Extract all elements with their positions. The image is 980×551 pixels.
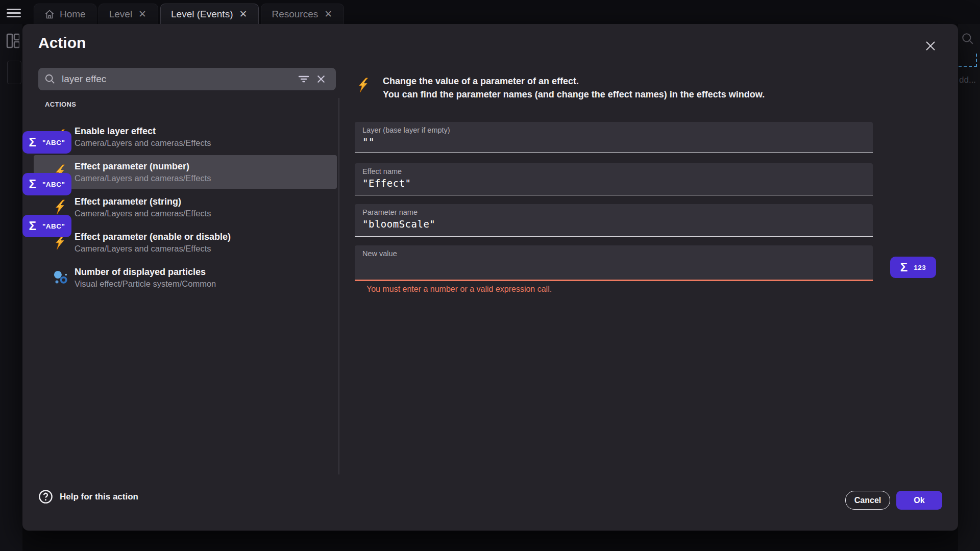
field-label: Layer (base layer if empty)	[362, 126, 865, 134]
dialog-close-icon[interactable]	[922, 37, 939, 55]
action-description: Change the value of a parameter of an ef…	[356, 74, 765, 101]
panel-divider	[338, 98, 339, 474]
tab-close-icon[interactable]: ✕	[137, 8, 148, 20]
action-path: Camera/Layers and cameras/Effects	[75, 137, 211, 148]
screen: Home Level ✕ Level (Events) ✕ Resources …	[0, 0, 980, 551]
tab-bar: Home Level ✕ Level (Events) ✕ Resources …	[34, 4, 344, 24]
field-label: Parameter name	[362, 208, 865, 216]
action-path: Camera/Layers and cameras/Effects	[75, 208, 211, 219]
validation-error-text: You must enter a number or a valid expre…	[366, 285, 552, 294]
lightning-icon	[53, 199, 68, 215]
description-line2: You can find the parameter names (and ch…	[383, 88, 765, 101]
list-item-effect-parameter-enable[interactable]: Effect parameter (enable or disable) Cam…	[34, 226, 337, 259]
field-parameter-name[interactable]: Parameter name "bloomScale"	[355, 204, 873, 237]
action-path: Visual effect/Particle system/Common	[75, 278, 216, 289]
background-right-strip: dd...	[958, 24, 980, 551]
action-path: Camera/Layers and cameras/Effects	[75, 243, 231, 254]
main-menu-icon[interactable]	[7, 7, 21, 18]
field-label: Effect name	[362, 167, 865, 176]
question-circle-icon	[38, 489, 53, 504]
action-path: Camera/Layers and cameras/Effects	[75, 172, 211, 184]
action-title: Effect parameter (number)	[75, 160, 211, 172]
expression-type-label: 123	[914, 264, 926, 271]
expression-type-label: "ABC"	[42, 139, 65, 146]
action-dialog: Action ACTIONS Enable layer effect Camer…	[22, 24, 958, 531]
expression-type-label: "ABC"	[42, 181, 65, 188]
sigma-icon: Σ	[900, 261, 908, 273]
field-effect-name[interactable]: Effect name "Effect"	[355, 163, 873, 195]
tab-resources[interactable]: Resources ✕	[261, 4, 344, 24]
field-value: ""	[362, 136, 865, 147]
home-icon	[44, 9, 55, 19]
field-label: New value	[362, 249, 865, 258]
expression-type-label: "ABC"	[42, 222, 65, 230]
action-title: Number of displayed particles	[75, 266, 216, 278]
dialog-title: Action	[38, 34, 86, 52]
actions-list-header: ACTIONS	[45, 101, 76, 108]
truncated-add-text: dd...	[959, 75, 976, 85]
sigma-icon: Σ	[29, 220, 36, 232]
tab-label: Level	[109, 9, 132, 20]
list-item-number-displayed-particles[interactable]: Number of displayed particles Visual eff…	[34, 261, 337, 294]
tab-home[interactable]: Home	[34, 4, 96, 24]
sigma-icon: Σ	[29, 136, 36, 148]
particles-icon	[53, 270, 68, 285]
description-line1: Change the value of a parameter of an ef…	[383, 74, 765, 88]
expression-builder-button-effect-name[interactable]: Σ "ABC"	[22, 173, 71, 195]
background-left-strip	[0, 24, 22, 551]
field-layer[interactable]: Layer (base layer if empty) ""	[355, 122, 873, 153]
event-selection-dashed-border	[959, 54, 977, 67]
actions-list: Enable layer effect Camera/Layers and ca…	[34, 120, 337, 296]
tab-label: Resources	[272, 9, 318, 20]
layout-grid-icon	[6, 33, 19, 48]
tab-label: Home	[60, 9, 86, 20]
ok-button[interactable]: Ok	[896, 491, 942, 510]
action-search-bar	[38, 68, 336, 90]
tab-close-icon[interactable]: ✕	[323, 8, 333, 20]
tab-label: Level (Events)	[171, 9, 233, 20]
field-value: "bloomScale"	[362, 218, 865, 230]
expression-builder-button-parameter-name[interactable]: Σ "ABC"	[22, 215, 71, 237]
background-button-fragment	[7, 61, 21, 84]
lightning-icon	[356, 77, 372, 94]
sigma-icon: Σ	[29, 178, 36, 190]
tab-level-events[interactable]: Level (Events) ✕	[160, 4, 259, 24]
action-title: Effect parameter (enable or disable)	[75, 231, 231, 243]
search-input[interactable]	[62, 73, 295, 85]
action-title: Effect parameter (string)	[75, 195, 211, 208]
field-value: "Effect"	[362, 178, 865, 189]
expression-builder-button-new-value[interactable]: Σ 123	[890, 257, 936, 278]
app-topbar: Home Level ✕ Level (Events) ✕ Resources …	[0, 0, 980, 24]
action-title: Enable layer effect	[75, 125, 211, 137]
list-item-enable-layer-effect[interactable]: Enable layer effect Camera/Layers and ca…	[34, 120, 337, 154]
list-item-effect-parameter-string[interactable]: Effect parameter (string) Camera/Layers …	[34, 190, 337, 224]
clear-search-icon[interactable]	[312, 70, 330, 88]
help-link[interactable]: Help for this action	[38, 489, 138, 504]
tab-level[interactable]: Level ✕	[99, 4, 158, 24]
help-label: Help for this action	[60, 492, 138, 502]
cancel-button[interactable]: Cancel	[845, 491, 890, 510]
tab-close-icon[interactable]: ✕	[238, 8, 248, 20]
list-item-effect-parameter-number[interactable]: Effect parameter (number) Camera/Layers …	[34, 155, 337, 189]
search-icon	[44, 73, 56, 85]
filter-icon[interactable]	[295, 70, 312, 88]
expression-builder-button-layer[interactable]: Σ "ABC"	[22, 131, 71, 154]
search-icon[interactable]	[961, 32, 974, 45]
field-new-value[interactable]: New value	[355, 245, 873, 281]
